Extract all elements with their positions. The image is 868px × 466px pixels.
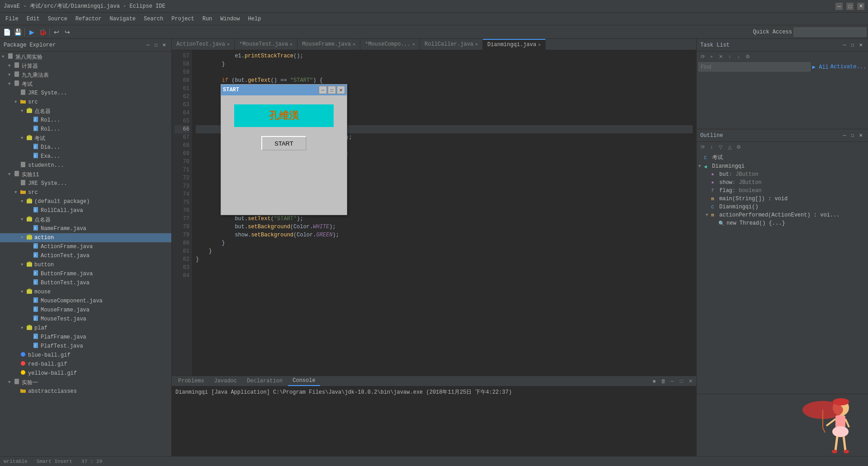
tab-javadoc[interactable]: Javadoc: [210, 377, 241, 386]
console-clear-btn[interactable]: 🗑: [659, 377, 667, 385]
tree-item-31[interactable]: JPlafFrame.java: [0, 333, 171, 342]
tl-btn1[interactable]: ⟳: [698, 52, 707, 61]
pe-minimize-button[interactable]: ─: [144, 42, 151, 49]
tree-item-2[interactable]: ▼九九乘法表: [0, 71, 171, 80]
quick-access-input[interactable]: [794, 28, 866, 37]
tab-declaration[interactable]: Declaration: [242, 377, 287, 386]
editor-tab-3[interactable]: *MouseCompo...✕: [360, 39, 420, 50]
menu-source[interactable]: Source: [44, 15, 71, 23]
tree-item-24[interactable]: JButtonFrame.java: [0, 269, 171, 278]
demo-close-btn[interactable]: ✕: [337, 86, 345, 94]
editor-tab-close-0[interactable]: ✕: [227, 42, 230, 47]
menu-edit[interactable]: Edit: [23, 15, 43, 23]
tree-item-4[interactable]: JRE Syste...: [0, 89, 171, 98]
menu-refactor[interactable]: Refactor: [72, 15, 105, 23]
tab-console[interactable]: Console: [288, 376, 320, 386]
tree-item-30[interactable]: ▼plaf: [0, 324, 171, 333]
debug-button[interactable]: 🐞: [38, 27, 47, 37]
console-maximize-btn[interactable]: □: [677, 377, 685, 385]
editor-tab-4[interactable]: RollCaller.java✕: [420, 39, 483, 50]
tree-item-10[interactable]: JDia...: [0, 143, 171, 152]
outline-item-7[interactable]: ▼mactionPerformed(ActionEvent) : voi...: [697, 211, 868, 219]
tl-btn6[interactable]: ⚙: [744, 52, 752, 61]
editor-tab-close-3[interactable]: ✕: [412, 42, 415, 47]
editor-tab-close-5[interactable]: ✕: [538, 42, 541, 47]
demo-restore-btn[interactable]: □: [328, 86, 336, 94]
outline-item-5[interactable]: mmain(String[]) : void: [697, 195, 868, 203]
outline-item-2[interactable]: ●but: JButton: [697, 170, 868, 179]
ol-btn4[interactable]: △: [726, 143, 734, 151]
console-close-btn[interactable]: ✕: [686, 377, 694, 385]
redo-button[interactable]: ↪: [62, 27, 72, 37]
tree-item-33[interactable]: blue-ball.gif: [0, 351, 171, 360]
tree-item-17[interactable]: JRollCall.java: [0, 206, 171, 215]
tree-item-19[interactable]: JNameFrame.java: [0, 224, 171, 233]
tree-item-12[interactable]: studentn...: [0, 161, 171, 170]
tree-item-14[interactable]: JRE Syste...: [0, 179, 171, 188]
outline-item-1[interactable]: ▼◀Dianmingqi: [697, 162, 868, 170]
ol-btn1[interactable]: ⟳: [698, 143, 707, 151]
outline-item-3[interactable]: ●show: JButton: [697, 179, 868, 187]
editor-tab-close-2[interactable]: ✕: [353, 42, 355, 47]
tl-btn5[interactable]: ↓: [735, 52, 743, 61]
undo-button[interactable]: ↩: [52, 27, 61, 37]
menu-help[interactable]: Help: [245, 15, 265, 23]
menu-navigate[interactable]: Navigate: [106, 15, 139, 23]
tl-maximize-btn[interactable]: □: [849, 42, 856, 49]
tree-item-13[interactable]: ▼实验11: [0, 170, 171, 179]
outline-item-6[interactable]: CDianmingqi(): [697, 203, 868, 211]
task-list-activate-link[interactable]: Activate...: [830, 64, 866, 70]
editor-tab-1[interactable]: *MouseTest.java✕: [235, 39, 297, 50]
tree-item-32[interactable]: JPlafTest.java: [0, 342, 171, 351]
tree-item-1[interactable]: ▼计算器: [0, 61, 171, 71]
tree-item-15[interactable]: ▼src: [0, 188, 171, 197]
tree-item-27[interactable]: JMouseComponent.java: [0, 297, 171, 306]
tree-item-35[interactable]: yellow-ball.gif: [0, 369, 171, 378]
ol-maximize-btn[interactable]: □: [849, 132, 856, 139]
ol-btn3[interactable]: ▽: [717, 143, 725, 151]
editor-tab-5[interactable]: Dianmingqi.java✕: [483, 39, 546, 50]
tl-minimize-btn[interactable]: ─: [841, 42, 848, 49]
tree-item-3[interactable]: ▼考试: [0, 80, 171, 89]
new-button[interactable]: 📄: [2, 27, 12, 37]
tree-item-23[interactable]: ▼button: [0, 260, 171, 269]
menu-project[interactable]: Project: [168, 15, 198, 23]
ol-btn2[interactable]: ↕: [708, 143, 716, 151]
task-list-all-link[interactable]: ▶ All: [812, 64, 829, 71]
demo-minimize-btn[interactable]: ─: [319, 86, 327, 94]
tree-item-29[interactable]: JMouseTest.java: [0, 315, 171, 324]
editor-tab-0[interactable]: ActionTest.java✕: [172, 39, 235, 50]
tl-btn3[interactable]: ✕: [717, 52, 725, 61]
tab-problems[interactable]: Problems: [174, 377, 209, 386]
tl-btn2[interactable]: +: [708, 52, 716, 61]
ol-btn5[interactable]: ⚙: [735, 143, 743, 151]
outline-item-4[interactable]: fflag: boolean: [697, 187, 868, 195]
tree-item-6[interactable]: ▼点名器: [0, 107, 171, 116]
outline-item-0[interactable]: C考试: [697, 153, 868, 162]
editor-tab-close-4[interactable]: ✕: [475, 42, 478, 47]
tree-item-34[interactable]: red-ball.gif: [0, 360, 171, 369]
demo-start-button[interactable]: START: [261, 136, 307, 151]
tree-item-18[interactable]: ▼点名器: [0, 215, 171, 224]
tree-item-20[interactable]: ▼action: [0, 233, 171, 242]
tree-item-25[interactable]: JButtonTest.java: [0, 278, 171, 287]
editor-tab-2[interactable]: MouseFrame.java✕: [297, 39, 360, 50]
tl-btn4[interactable]: ↑: [726, 52, 734, 61]
menu-window[interactable]: Window: [217, 15, 243, 23]
tl-close-btn[interactable]: ✕: [857, 42, 864, 49]
ol-minimize-btn[interactable]: ─: [841, 132, 848, 139]
tree-item-21[interactable]: JActionFrame.java: [0, 242, 171, 251]
console-minimize-btn[interactable]: ─: [668, 377, 676, 385]
task-list-find-input[interactable]: [698, 62, 811, 71]
tree-item-8[interactable]: JRol...: [0, 125, 171, 134]
menu-run[interactable]: Run: [199, 15, 216, 23]
minimize-button[interactable]: ─: [835, 3, 843, 10]
save-button[interactable]: 💾: [13, 27, 23, 37]
tree-item-26[interactable]: ▼mouse: [0, 287, 171, 297]
tree-item-7[interactable]: JRol...: [0, 116, 171, 125]
tree-item-5[interactable]: ▼src: [0, 98, 171, 107]
ol-close-btn[interactable]: ✕: [857, 132, 864, 139]
menu-search[interactable]: Search: [140, 15, 167, 23]
editor-tab-close-1[interactable]: ✕: [290, 42, 292, 47]
tree-item-37[interactable]: abstractclasses: [0, 387, 171, 396]
